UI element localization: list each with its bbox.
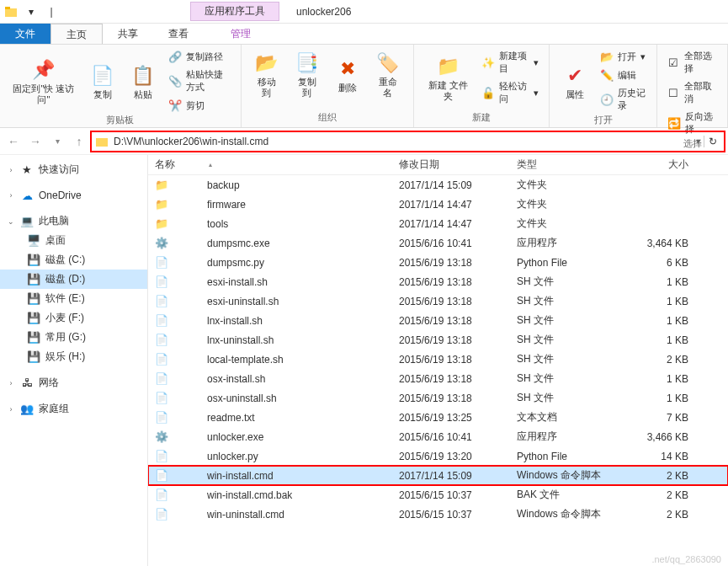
- drive-icon: 💾: [27, 254, 40, 267]
- homegroup-icon: 👥: [20, 403, 34, 416]
- selectall-button[interactable]: ☑全部选择: [664, 48, 720, 77]
- tree-disk-c[interactable]: 💾磁盘 (C:): [0, 250, 147, 270]
- file-row[interactable]: 📁backup2017/1/14 15:09文件夹: [148, 175, 728, 195]
- moveto-button[interactable]: 📂移动到: [248, 48, 285, 100]
- selectnone-button[interactable]: ☐全部取消: [664, 78, 720, 107]
- tree-disk-g[interactable]: 💾常用 (G:): [0, 328, 147, 347]
- col-date[interactable]: 修改日期: [392, 158, 510, 172]
- tree-thispc[interactable]: ⌄💻此电脑: [0, 211, 147, 231]
- file-icon: 📄: [155, 450, 168, 463]
- tab-home[interactable]: 主页: [50, 24, 103, 44]
- rename-button[interactable]: 🏷️重命名: [369, 48, 407, 100]
- refresh-icon[interactable]: ↻: [704, 136, 720, 147]
- pin-button[interactable]: 📌固定到"快 速访问": [7, 48, 81, 114]
- file-row[interactable]: ⚙️unlocker.exe2015/6/16 10:41应用程序3,466 K…: [148, 427, 728, 446]
- tree-quickaccess[interactable]: ›★快速访问: [0, 160, 147, 179]
- tab-view[interactable]: 查看: [153, 24, 204, 44]
- file-type: 文件夹: [510, 197, 611, 211]
- file-date: 2015/6/19 13:20: [392, 451, 510, 462]
- file-type: Python File: [510, 257, 611, 269]
- file-row[interactable]: 📁tools2017/1/14 14:47文件夹: [148, 214, 728, 233]
- tree-homegroup[interactable]: ›👥家庭组: [0, 399, 147, 419]
- file-row[interactable]: 📄readme.txt2015/6/19 13:25文本文档7 KB: [148, 408, 728, 427]
- file-date: 2017/1/14 14:47: [392, 199, 510, 211]
- file-name: esxi-install.sh: [207, 276, 268, 288]
- moveto-icon: 📂: [253, 50, 280, 77]
- col-name[interactable]: 名称▴: [148, 158, 392, 172]
- file-row[interactable]: 📄win-install.cmd.bak2015/6/15 10:37BAK 文…: [148, 485, 728, 505]
- file-row[interactable]: 📄dumpsmc.py2015/6/19 13:18Python File6 K…: [148, 253, 728, 272]
- address-input[interactable]: D:\VM\unlocker206\win-install.cmd ▾ ↻: [91, 131, 725, 152]
- col-type[interactable]: 类型: [510, 158, 611, 172]
- copy-button[interactable]: 📄复制: [84, 48, 121, 114]
- file-row[interactable]: 📄esxi-uninstall.sh2015/6/19 13:18SH 文件1 …: [148, 291, 728, 311]
- open-icon: 📂: [600, 50, 614, 63]
- column-headers: 名称▴ 修改日期 类型 大小: [148, 155, 728, 175]
- tab-file[interactable]: 文件: [0, 24, 50, 44]
- file-row[interactable]: 📁firmware2017/1/14 14:47文件夹: [148, 195, 728, 214]
- file-icon: ⚙️: [155, 237, 168, 250]
- copy-path-button[interactable]: 🔗复制路径: [165, 48, 234, 65]
- tab-manage[interactable]: 管理: [215, 24, 266, 44]
- file-name: lnx-install.sh: [207, 315, 263, 327]
- nav-recent[interactable]: ▾: [47, 131, 67, 152]
- cloud-icon: ☁: [20, 189, 34, 202]
- file-row[interactable]: ⚙️dumpsmc.exe2015/6/16 10:41应用程序3,464 KB: [148, 233, 728, 253]
- tree-desktop[interactable]: 🖥️桌面: [0, 231, 147, 250]
- file-row[interactable]: 📄lnx-install.sh2015/6/19 13:18SH 文件1 KB: [148, 311, 728, 330]
- tab-share[interactable]: 共享: [103, 24, 153, 44]
- file-row[interactable]: 📄win-install.cmd2017/1/14 15:09Windows 命…: [148, 466, 728, 485]
- nav-up[interactable]: ↑: [69, 131, 89, 152]
- edit-button[interactable]: ✏️编辑: [597, 67, 650, 83]
- file-icon: 📄: [155, 256, 168, 270]
- file-type: SH 文件: [510, 275, 611, 289]
- file-type: 文件夹: [510, 178, 611, 192]
- nav-forward[interactable]: →: [25, 131, 45, 152]
- file-type: SH 文件: [510, 352, 611, 366]
- paste-shortcut-button[interactable]: 📎粘贴快捷方式: [165, 67, 234, 95]
- selectall-icon: ☑: [667, 56, 679, 69]
- open-button[interactable]: 📂打开 ▾: [597, 48, 650, 65]
- file-size: 1 KB: [611, 373, 695, 385]
- col-size[interactable]: 大小: [611, 158, 695, 172]
- nav-back[interactable]: ←: [3, 131, 24, 152]
- ribbon-group-new: 📁新建 文件夹 ✨新建项目 ▾ 🔓轻松访问 ▾ 新建: [414, 45, 550, 127]
- tree-disk-h[interactable]: 💾娱乐 (H:): [0, 347, 147, 366]
- delete-button[interactable]: ✖删除: [329, 48, 366, 100]
- address-bar: ← → ▾ ↑ D:\VM\unlocker206\win-install.cm…: [0, 128, 728, 155]
- paste-button[interactable]: 📋粘贴: [125, 48, 162, 114]
- file-row[interactable]: 📄win-uninstall.cmd2015/6/15 10:37Windows…: [148, 505, 728, 524]
- drive-icon: 💾: [27, 273, 40, 286]
- file-row[interactable]: 📄unlocker.py2015/6/19 13:20Python File14…: [148, 446, 728, 466]
- file-size: 1 KB: [611, 334, 695, 346]
- newitem-button[interactable]: ✨新建项目 ▾: [478, 48, 542, 77]
- address-dropdown-icon[interactable]: ▾: [693, 136, 704, 146]
- file-type: 文本文档: [510, 410, 611, 424]
- tree-disk-f[interactable]: 💾小麦 (F:): [0, 308, 147, 328]
- file-row[interactable]: 📄osx-uninstall.sh2015/6/19 13:18SH 文件1 K…: [148, 388, 728, 408]
- properties-icon: ✔: [561, 62, 588, 89]
- tree-disk-e[interactable]: 💾软件 (E:): [0, 289, 147, 308]
- properties-button[interactable]: ✔属性: [556, 48, 593, 114]
- file-row[interactable]: 📄esxi-install.sh2015/6/19 13:18SH 文件1 KB: [148, 272, 728, 291]
- tree-disk-d[interactable]: 💾磁盘 (D:): [0, 270, 147, 289]
- qat-save-icon[interactable]: ▾: [24, 4, 39, 19]
- newfolder-button[interactable]: 📁新建 文件夹: [421, 48, 476, 107]
- file-date: 2015/6/19 13:18: [392, 276, 510, 288]
- ribbon-group-clipboard: 📌固定到"快 速访问" 📄复制 📋粘贴 🔗复制路径 📎粘贴快捷方式 ✂️剪切 剪…: [0, 45, 242, 127]
- cut-button[interactable]: ✂️剪切: [165, 97, 234, 114]
- file-date: 2015/6/19 13:18: [392, 257, 510, 269]
- file-row[interactable]: 📄lnx-uninstall.sh2015/6/19 13:18SH 文件1 K…: [148, 330, 728, 350]
- file-row[interactable]: 📄osx-install.sh2015/6/19 13:18SH 文件1 KB: [148, 369, 728, 388]
- file-icon: 📄: [155, 353, 168, 366]
- file-date: 2015/6/19 13:25: [392, 412, 510, 424]
- easyaccess-button[interactable]: 🔓轻松访问 ▾: [478, 78, 542, 107]
- copyto-button[interactable]: 📑复制到: [289, 48, 326, 100]
- file-name: firmware: [207, 199, 246, 211]
- file-date: 2017/1/14 15:09: [392, 179, 510, 191]
- file-row[interactable]: 📄local-template.sh2015/6/19 13:18SH 文件2 …: [148, 350, 728, 369]
- history-button[interactable]: 🕘历史记录: [597, 85, 650, 114]
- tree-onedrive[interactable]: ›☁OneDrive: [0, 186, 147, 205]
- tree-network[interactable]: ›🖧网络: [0, 373, 147, 392]
- copy-path-icon: 🔗: [168, 50, 182, 63]
